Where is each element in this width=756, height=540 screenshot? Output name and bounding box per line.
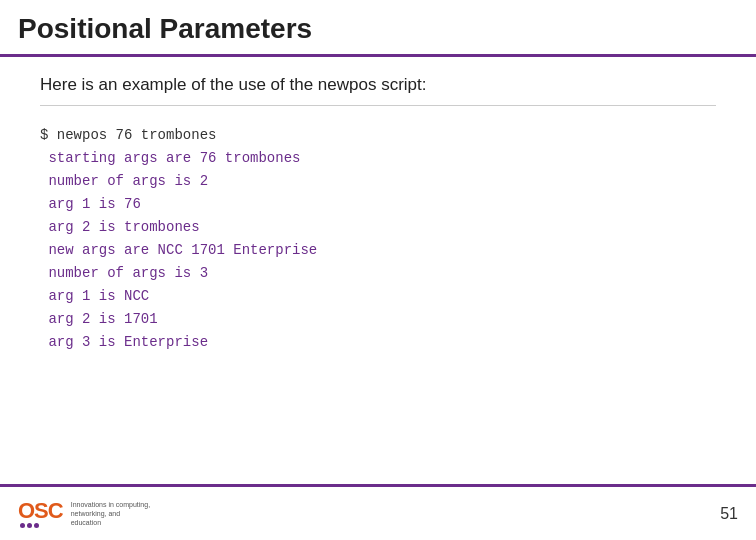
code-line: arg 2 is 1701 bbox=[40, 308, 716, 331]
logo-area: OSC Innovations in computing, networking… bbox=[18, 500, 151, 528]
code-line: arg 1 is NCC bbox=[40, 285, 716, 308]
code-line: $ newpos 76 trombones bbox=[40, 124, 716, 147]
logo-dot-2 bbox=[27, 523, 32, 528]
slide-page: Positional Parameters Here is an example… bbox=[0, 0, 756, 540]
code-line: arg 2 is trombones bbox=[40, 216, 716, 239]
slide-footer: OSC Innovations in computing, networking… bbox=[0, 484, 756, 540]
page-number: 51 bbox=[720, 505, 738, 523]
code-line: starting args are 76 trombones bbox=[40, 147, 716, 170]
logo-letters: OSC bbox=[18, 500, 63, 522]
slide-header: Positional Parameters bbox=[0, 0, 756, 57]
osc-logo: OSC bbox=[18, 500, 63, 528]
logo-dot-3 bbox=[34, 523, 39, 528]
code-block: $ newpos 76 trombones starting args are … bbox=[40, 124, 716, 355]
code-line: arg 3 is Enterprise bbox=[40, 331, 716, 354]
code-line: number of args is 3 bbox=[40, 262, 716, 285]
slide-title: Positional Parameters bbox=[18, 12, 738, 46]
intro-text: Here is an example of the use of the new… bbox=[40, 75, 716, 106]
logo-dot-1 bbox=[20, 523, 25, 528]
logo-dots bbox=[20, 523, 39, 528]
logo-tagline: Innovations in computing, networking, an… bbox=[71, 500, 151, 527]
code-line: new args are NCC 1701 Enterprise bbox=[40, 239, 716, 262]
code-line: number of args is 2 bbox=[40, 170, 716, 193]
code-line: arg 1 is 76 bbox=[40, 193, 716, 216]
slide-content: Here is an example of the use of the new… bbox=[0, 57, 756, 365]
